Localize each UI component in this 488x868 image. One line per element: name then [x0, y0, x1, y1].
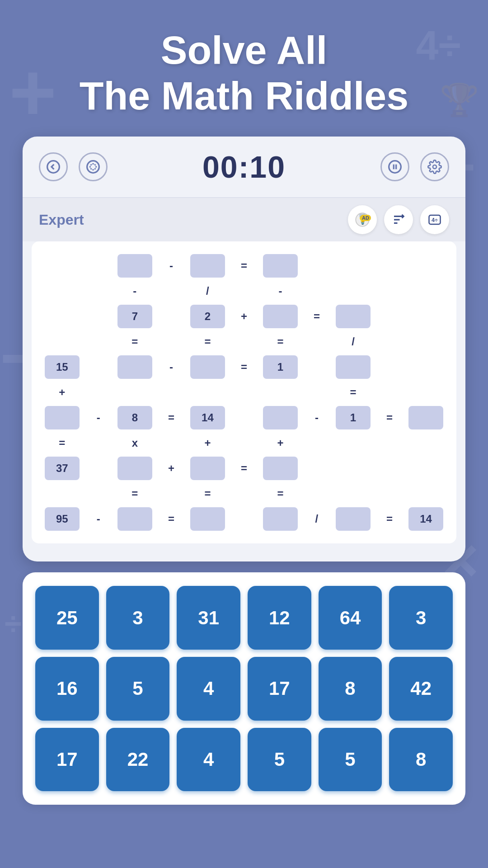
puzzle-cell-3-10: [408, 330, 443, 354]
numpad-btn-1-3[interactable]: 17: [248, 657, 311, 721]
puzzle-cell-1-0: [45, 279, 80, 303]
puzzle-cell-9-8: [336, 482, 371, 505]
numpad-btn-2-1[interactable]: 22: [106, 728, 170, 792]
puzzle-cell-2-1: [81, 305, 116, 328]
puzzle-cell-10-6[interactable]: [263, 507, 298, 531]
puzzle-cell-6-9: =: [372, 406, 407, 429]
puzzle-cell-5-4: [190, 381, 225, 404]
puzzle-cell-4-8[interactable]: [336, 355, 371, 379]
sort-button[interactable]: [384, 205, 413, 234]
puzzle-cell-9-2: =: [117, 482, 152, 505]
puzzle-cell-10-2[interactable]: [117, 507, 152, 531]
puzzle-cell-9-3: [154, 482, 189, 505]
puzzle-cell-5-7: [300, 381, 334, 404]
timer-display: 00:10: [108, 149, 380, 184]
puzzle-cell-9-10: [408, 482, 443, 505]
puzzle-cell-10-4[interactable]: [190, 507, 225, 531]
puzzle-cell-4-0[interactable]: 15: [45, 355, 80, 379]
numpad-btn-2-2[interactable]: 4: [177, 728, 240, 792]
puzzle-cell-0-4[interactable]: [190, 254, 225, 278]
numpad-btn-2-5[interactable]: 8: [389, 728, 453, 792]
puzzle-cell-4-9: [372, 355, 407, 379]
numpad-btn-0-0[interactable]: 25: [35, 586, 99, 650]
title-line2: The Math Riddles: [27, 73, 461, 118]
puzzle-cell-5-9: [372, 381, 407, 404]
svg-point-0: [47, 161, 60, 173]
puzzle-cell-5-6: [263, 381, 298, 404]
svg-text:4÷: 4÷: [432, 217, 438, 223]
puzzle-cell-0-6[interactable]: [263, 254, 298, 278]
puzzle-cell-5-1: [81, 381, 116, 404]
puzzle-cell-10-5: [227, 507, 262, 531]
hint-button[interactable]: 💡 AD: [348, 205, 377, 234]
numpad-btn-2-3[interactable]: 5: [248, 728, 311, 792]
puzzle-cell-4-7: [300, 355, 334, 379]
puzzle-cell-3-3: [154, 330, 189, 354]
puzzle-cell-6-10[interactable]: [408, 406, 443, 429]
puzzle-cell-8-2[interactable]: [117, 457, 152, 480]
numpad-btn-1-0[interactable]: 16: [35, 657, 99, 721]
puzzle-cell-10-8[interactable]: [336, 507, 371, 531]
puzzle-cell-8-8: [336, 457, 371, 480]
svg-point-2: [389, 161, 401, 173]
keyboard-button[interactable]: 4÷: [420, 205, 449, 234]
puzzle-cell-2-6[interactable]: [263, 305, 298, 328]
settings-button[interactable]: [420, 152, 449, 181]
numpad-btn-0-1[interactable]: 3: [106, 586, 170, 650]
puzzle-cell-10-10[interactable]: 14: [408, 507, 443, 531]
puzzle-cell-4-2[interactable]: [117, 355, 152, 379]
puzzle-cell-7-2: x: [117, 431, 152, 455]
numpad-btn-2-4[interactable]: 5: [319, 728, 382, 792]
puzzle-cell-2-7: =: [300, 305, 334, 328]
puzzle-cell-0-2[interactable]: [117, 254, 152, 278]
puzzle-cell-7-9: [372, 431, 407, 455]
puzzle-cell-0-10: [408, 254, 443, 278]
puzzle-cell-7-7: [300, 431, 334, 455]
puzzle-cell-1-7: [300, 279, 334, 303]
puzzle-cell-5-8: =: [336, 381, 371, 404]
back-button[interactable]: [39, 152, 68, 181]
puzzle-cell-10-9: =: [372, 507, 407, 531]
puzzle-cell-5-3: [154, 381, 189, 404]
puzzle-cell-6-4[interactable]: 14: [190, 406, 225, 429]
numpad-btn-1-2[interactable]: 4: [177, 657, 240, 721]
puzzle-cell-2-10: [408, 305, 443, 328]
refresh-button[interactable]: [79, 152, 108, 181]
numpad-btn-1-4[interactable]: 8: [319, 657, 382, 721]
svg-point-1: [87, 161, 99, 173]
numpad-btn-0-4[interactable]: 64: [319, 586, 382, 650]
puzzle-cell-10-0[interactable]: 95: [45, 507, 80, 531]
puzzle-cell-7-1: [81, 431, 116, 455]
puzzle-cell-8-0[interactable]: 37: [45, 457, 80, 480]
puzzle-cell-10-7: /: [300, 507, 334, 531]
puzzle-cell-6-8[interactable]: 1: [336, 406, 371, 429]
puzzle-cell-2-4[interactable]: 2: [190, 305, 225, 328]
puzzle-cell-2-8[interactable]: [336, 305, 371, 328]
puzzle-cell-6-7: -: [300, 406, 334, 429]
puzzle-cell-4-6[interactable]: 1: [263, 355, 298, 379]
puzzle-cell-2-2[interactable]: 7: [117, 305, 152, 328]
numpad-btn-0-5[interactable]: 3: [389, 586, 453, 650]
puzzle-cell-8-6[interactable]: [263, 457, 298, 480]
puzzle-cell-4-10: [408, 355, 443, 379]
puzzle-cell-6-6[interactable]: [263, 406, 298, 429]
pause-button[interactable]: [380, 152, 409, 181]
puzzle-cell-1-5: [227, 279, 262, 303]
numpad-btn-0-2[interactable]: 31: [177, 586, 240, 650]
puzzle-cell-6-0[interactable]: [45, 406, 80, 429]
puzzle-cell-5-5: [227, 381, 262, 404]
puzzle-cell-2-5: +: [227, 305, 262, 328]
puzzle-cell-8-4[interactable]: [190, 457, 225, 480]
numpad-btn-0-3[interactable]: 12: [248, 586, 311, 650]
numpad-btn-2-0[interactable]: 17: [35, 728, 99, 792]
puzzle-cell-7-10: [408, 431, 443, 455]
puzzle-cell-4-4[interactable]: [190, 355, 225, 379]
puzzle-cell-3-2: =: [117, 330, 152, 354]
puzzle-cell-4-3: -: [154, 355, 189, 379]
numpad-btn-1-5[interactable]: 42: [389, 657, 453, 721]
top-bar-left: [39, 152, 108, 181]
numpad-btn-1-1[interactable]: 5: [106, 657, 170, 721]
puzzle-cell-9-7: [300, 482, 334, 505]
puzzle-cell-6-2[interactable]: 8: [117, 406, 152, 429]
puzzle-cell-9-6: =: [263, 482, 298, 505]
